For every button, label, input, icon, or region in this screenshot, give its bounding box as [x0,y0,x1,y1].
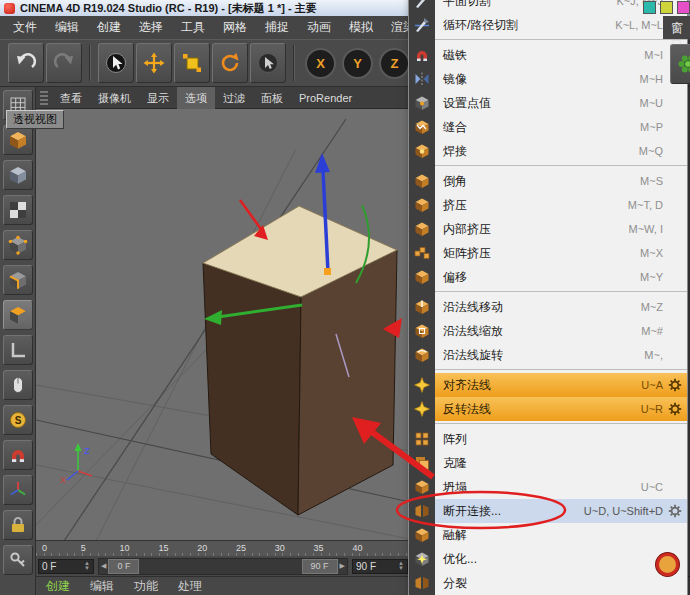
collapse-icon [409,475,435,499]
current-frame-field[interactable]: 0 F ▲▼ [38,559,94,574]
rotate-tool-icon[interactable] [212,43,248,83]
snap-icon[interactable]: S [3,405,33,435]
mirror-icon [409,67,435,91]
menu-item-0[interactable]: 文件 [4,16,46,39]
spinner-icon[interactable]: ▲▼ [398,561,404,571]
weld-icon [409,139,435,163]
menu-item-5[interactable]: 网格 [214,16,256,39]
lock-icon[interactable] [3,510,33,540]
menu-item-8[interactable]: 模拟 [340,16,382,39]
context-menu-item-label: 设置点值 [443,95,491,112]
live-selection-icon[interactable] [98,43,134,83]
z-axis-lock-button[interactable]: Z [379,48,410,79]
viewport-menu-item-4[interactable]: 过滤 [215,87,253,109]
context-menu-item[interactable]: 断开连接...U~D, U~Shift+D [409,499,687,523]
menu-item-7[interactable]: 动画 [298,16,340,39]
last-used-tool-icon[interactable] [250,43,286,83]
viewport-scene: Z X [36,109,410,541]
range-left-arrow-icon[interactable]: ◀ [99,559,108,574]
context-menu-item[interactable]: 循环/路径切割K~L, M~L [409,13,687,37]
bottom-tab-0[interactable]: 创建 [36,576,80,595]
context-menu-item[interactable]: 倒角M~S [409,169,687,193]
options-gear-icon[interactable] [665,504,685,518]
menu-item-1[interactable]: 编辑 [46,16,88,39]
workplane-icon[interactable] [3,335,33,365]
move-tool-icon[interactable] [136,43,172,83]
autokey-record-icon[interactable] [656,553,679,576]
range-end-grip[interactable]: 90 F [302,559,338,574]
preview-range-slider[interactable]: ◀ 0 F 90 F ▶ [98,558,348,575]
context-menu-item[interactable]: 坍塌U~C [409,475,687,499]
shortcut-label: U~C [635,481,663,493]
texture-mode-icon[interactable] [3,195,33,225]
range-start-grip[interactable]: 0 F [108,559,139,574]
menu-item-3[interactable]: 选择 [130,16,172,39]
shortcut-label: M~P [634,121,663,133]
range-track[interactable] [139,559,301,574]
key-icon[interactable] [3,545,33,575]
context-menu-item[interactable]: 沿法线缩放M~# [409,319,687,343]
y-axis-lock-button[interactable]: Y [342,48,373,79]
context-menu-item[interactable]: 反转法线U~R [409,397,687,421]
context-menu-item[interactable]: 对齐法线U~A [409,373,687,397]
options-gear-icon[interactable] [665,378,685,392]
context-menu-item-label: 磁铁 [443,47,467,64]
viewport-menu-item-5[interactable]: 面板 [253,87,291,109]
context-menu-item[interactable]: 优化... [409,547,687,571]
timeline-ruler[interactable]: 0510152025303540 [36,540,410,557]
context-menu-item[interactable]: 偏移M~Y [409,265,687,289]
current-frame-value: 0 F [42,561,56,572]
scale-tool-icon[interactable] [174,43,210,83]
viewport-canvas[interactable]: Z X [36,109,410,541]
panel-grip-icon[interactable] [40,91,48,105]
redo-icon[interactable] [46,43,82,83]
green-gear-icon[interactable] [670,44,690,84]
mouse-icon[interactable] [3,370,33,400]
menu-item-4[interactable]: 工具 [172,16,214,39]
model-mode-icon[interactable] [3,160,33,190]
spinner-icon[interactable]: ▲▼ [84,561,90,571]
range-right-arrow-icon[interactable]: ▶ [338,559,347,574]
axis-x-label: X [60,475,66,485]
end-frame-field[interactable]: 90 F ▲▼ [352,559,408,574]
bottom-tab-2[interactable]: 功能 [124,576,168,595]
bottom-tab-3[interactable]: 处理 [168,576,212,595]
edge-mode-icon[interactable] [3,265,33,295]
viewport-menu-item-6[interactable]: ProRender [291,88,360,107]
context-menu-item[interactable]: 镜像M~H [409,67,687,91]
context-menu-item[interactable]: 分裂 [409,571,687,595]
stitch-icon [409,115,435,139]
axis-z-label: Z [84,446,90,456]
context-menu-item[interactable]: 缝合M~P [409,115,687,139]
menu-item-2[interactable]: 创建 [88,16,130,39]
context-menu-item[interactable]: 焊接M~Q [409,139,687,163]
context-menu-item[interactable]: 融解 [409,523,687,547]
context-menu-item[interactable]: 沿法线旋转M~, [409,343,687,367]
context-menu-item[interactable]: 磁铁M~I [409,43,687,67]
point-mode-icon[interactable] [3,230,33,260]
context-menu-item[interactable]: 沿法线移动M~Z [409,295,687,319]
polygon-mode-icon[interactable] [3,300,33,330]
context-menu-item[interactable]: 克隆 [409,451,687,475]
menu-item-6[interactable]: 捕捉 [256,16,298,39]
options-gear-icon[interactable] [665,402,685,416]
viewport-menu-item-3[interactable]: 选项 [177,87,215,109]
bottom-tab-1[interactable]: 编辑 [80,576,124,595]
context-menu-item[interactable]: 设置点值M~U [409,91,687,115]
loop-cut-icon [409,13,435,37]
x-axis-lock-button[interactable]: X [305,48,336,79]
context-menu-item[interactable]: 挤压M~T, D [409,193,687,217]
magnet-icon[interactable] [3,440,33,470]
viewport-menu-item-1[interactable]: 摄像机 [90,87,139,109]
viewport-menu-item-2[interactable]: 显示 [139,87,177,109]
context-menu-item[interactable]: 矩阵挤压M~X [409,241,687,265]
optimize-icon [409,547,435,571]
menu-item-window[interactable]: 窗口 [663,16,690,39]
axis-mode-icon[interactable] [3,475,33,505]
split-icon [409,571,435,595]
context-menu-item[interactable]: 阵列 [409,427,687,451]
viewport-menu-item-0[interactable]: 查看 [52,87,90,109]
context-menu-item[interactable]: 内部挤压M~W, I [409,217,687,241]
undo-icon[interactable] [8,43,44,83]
make-editable-icon[interactable] [3,125,33,155]
